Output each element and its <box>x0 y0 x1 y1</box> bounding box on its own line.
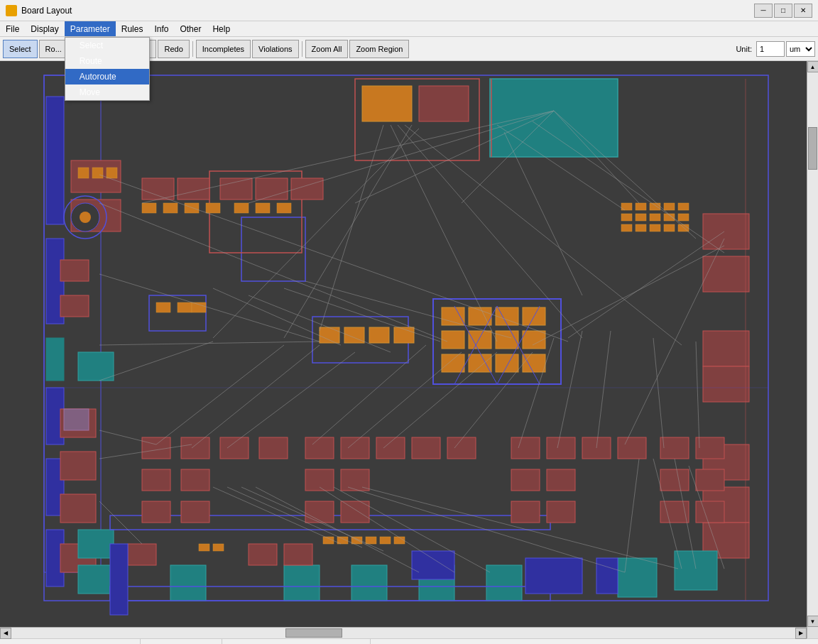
svg-rect-134 <box>128 544 156 565</box>
svg-rect-92 <box>664 224 675 231</box>
unit-input[interactable] <box>756 41 785 57</box>
svg-rect-120 <box>305 469 334 491</box>
svg-rect-93 <box>678 224 689 231</box>
svg-rect-140 <box>596 558 618 594</box>
zoom-all-button[interactable]: Zoom All <box>305 40 349 58</box>
svg-rect-115 <box>618 437 646 459</box>
svg-rect-103 <box>142 437 170 459</box>
svg-rect-111 <box>447 437 476 459</box>
menu-info[interactable]: Info <box>148 21 174 36</box>
svg-rect-106 <box>259 437 288 459</box>
svg-rect-128 <box>305 501 334 523</box>
svg-rect-108 <box>341 437 369 459</box>
svg-rect-118 <box>142 469 170 491</box>
svg-rect-36 <box>185 203 199 213</box>
menu-display[interactable]: Display <box>25 21 64 36</box>
svg-rect-119 <box>181 469 209 491</box>
svg-rect-112 <box>511 437 540 459</box>
unit-label: Unit: <box>736 45 752 53</box>
svg-rect-61 <box>469 331 491 349</box>
menu-bar: File Display Parameter Select Route Auto… <box>0 21 818 37</box>
svg-rect-89 <box>621 224 632 231</box>
svg-rect-63 <box>523 331 545 349</box>
svg-rect-47 <box>156 302 170 312</box>
scroll-thumb-h[interactable] <box>285 628 342 638</box>
svg-rect-131 <box>547 501 575 523</box>
svg-rect-51 <box>320 327 339 343</box>
svg-rect-143 <box>323 537 334 544</box>
vertical-scrollbar[interactable]: ▲ ▼ <box>807 61 818 627</box>
svg-rect-141 <box>199 544 209 551</box>
svg-rect-146 <box>366 537 376 544</box>
violations-button[interactable]: Violations <box>252 40 299 58</box>
scroll-left-button[interactable]: ◀ <box>0 628 11 639</box>
svg-rect-104 <box>181 437 209 459</box>
redo-button[interactable]: Redo <box>158 40 189 58</box>
unit-select[interactable]: um mm mil <box>786 41 815 57</box>
svg-rect-100 <box>675 551 717 590</box>
svg-rect-123 <box>547 469 575 491</box>
select-button[interactable]: Select <box>3 40 38 58</box>
svg-rect-148 <box>394 537 405 544</box>
svg-rect-142 <box>213 544 224 551</box>
menu-parameter[interactable]: Parameter Select Route Autoroute Move <box>65 21 116 36</box>
dropdown-move[interactable]: Move <box>65 84 149 100</box>
svg-rect-10 <box>78 168 89 178</box>
menu-rules[interactable]: Rules <box>116 21 149 36</box>
menu-other[interactable]: Other <box>174 21 207 36</box>
svg-rect-31 <box>490 79 618 157</box>
svg-rect-129 <box>341 501 369 523</box>
svg-rect-90 <box>636 224 646 231</box>
svg-rect-130 <box>511 501 540 523</box>
menu-help[interactable]: Help <box>207 21 236 36</box>
svg-rect-21 <box>60 452 96 480</box>
svg-rect-95 <box>284 565 320 601</box>
svg-rect-98 <box>486 565 522 601</box>
dropdown-select[interactable]: Select <box>65 38 149 53</box>
svg-rect-117 <box>696 437 724 459</box>
title-bar-text: Board Layout <box>21 6 754 16</box>
svg-rect-81 <box>650 203 660 210</box>
svg-rect-82 <box>664 203 675 210</box>
zoom-region-button[interactable]: Zoom Region <box>349 40 409 58</box>
scroll-right-button[interactable]: ▶ <box>795 628 807 639</box>
svg-rect-56 <box>442 307 464 325</box>
svg-rect-3 <box>46 97 64 224</box>
maximize-button[interactable]: □ <box>774 4 792 18</box>
menu-file[interactable]: File <box>0 21 25 36</box>
horizontal-scrollbar-row: ◀ ▶ <box>0 627 818 638</box>
svg-rect-54 <box>394 327 414 343</box>
canvas-area[interactable] <box>0 61 807 627</box>
svg-rect-139 <box>525 558 582 594</box>
svg-rect-99 <box>618 558 657 597</box>
main-area: ▲ ▼ <box>0 61 818 627</box>
svg-rect-75 <box>703 366 749 402</box>
title-bar: Board Layout ─ □ ✕ <box>0 0 818 21</box>
svg-rect-96 <box>351 565 387 601</box>
svg-rect-25 <box>78 530 114 558</box>
svg-rect-27 <box>64 409 89 430</box>
svg-rect-64 <box>442 354 464 372</box>
svg-rect-125 <box>696 469 724 491</box>
svg-rect-147 <box>380 537 391 544</box>
scroll-track-v[interactable] <box>807 72 818 616</box>
dropdown-autoroute[interactable]: Autoroute <box>65 69 149 84</box>
svg-rect-88 <box>678 214 689 221</box>
close-button[interactable]: ✕ <box>794 4 812 18</box>
scroll-track-h[interactable] <box>11 628 795 638</box>
svg-rect-65 <box>469 354 491 372</box>
dropdown-route[interactable]: Route <box>65 53 149 69</box>
horizontal-scrollbar[interactable]: ◀ ▶ <box>0 627 807 638</box>
svg-rect-29 <box>362 86 412 121</box>
incompletes-button[interactable]: Incompletes <box>196 40 251 58</box>
window-controls: ─ □ ✕ <box>754 4 812 18</box>
scroll-down-button[interactable]: ▼ <box>807 616 819 627</box>
scroll-thumb-v[interactable] <box>808 127 817 170</box>
svg-rect-60 <box>442 331 464 349</box>
minimize-button[interactable]: ─ <box>754 4 773 18</box>
route-button[interactable]: Ro... <box>39 40 68 58</box>
scroll-up-button[interactable]: ▲ <box>807 61 819 72</box>
svg-rect-105 <box>220 437 249 459</box>
svg-rect-127 <box>181 501 209 523</box>
svg-rect-72 <box>703 214 749 249</box>
